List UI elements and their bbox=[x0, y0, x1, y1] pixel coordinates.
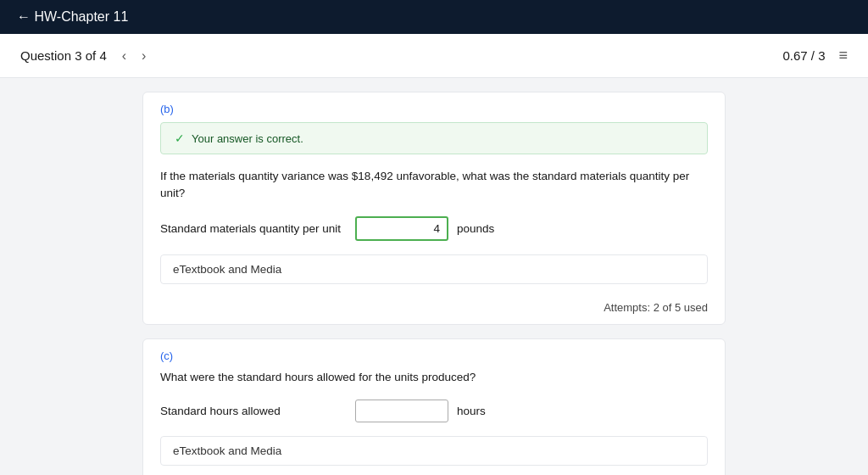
header-left: Question 3 of 4 ‹ › bbox=[20, 47, 151, 65]
section-c-label: (c) bbox=[143, 339, 725, 369]
section-b-question: If the materials quantity variance was $… bbox=[143, 168, 725, 216]
section-c-question: What were the standard hours allowed for… bbox=[143, 369, 725, 400]
section-b-attempts: Attempts: 2 of 5 used bbox=[143, 294, 725, 324]
header-bar: Question 3 of 4 ‹ › 0.67 / 3 ≡ bbox=[0, 34, 868, 78]
section-b-label: (b) bbox=[143, 92, 725, 122]
question-label: Question 3 of 4 bbox=[20, 48, 107, 63]
section-c-unit: hours bbox=[457, 405, 486, 417]
nav-arrows: ‹ › bbox=[117, 47, 152, 65]
menu-icon[interactable]: ≡ bbox=[838, 47, 848, 64]
section-b-input-label: Standard materials quantity per unit bbox=[160, 222, 347, 235]
section-c-etextbook[interactable]: eTextbook and Media bbox=[160, 436, 708, 466]
section-b-card: (b) ✓ Your answer is correct. If the mat… bbox=[142, 92, 726, 325]
section-b-input[interactable] bbox=[355, 216, 448, 241]
main-content: (b) ✓ Your answer is correct. If the mat… bbox=[129, 78, 739, 475]
top-navbar: ← HW-Chapter 11 bbox=[0, 0, 868, 34]
section-c-card: (c) What were the standard hours allowed… bbox=[142, 338, 726, 476]
back-button[interactable]: ← HW-Chapter 11 bbox=[17, 9, 128, 25]
section-b-unit: pounds bbox=[457, 222, 494, 235]
check-icon: ✓ bbox=[175, 131, 185, 145]
section-c-input-row: Standard hours allowed hours bbox=[143, 400, 725, 436]
score-display: 0.67 / 3 bbox=[782, 48, 825, 63]
prev-question-button[interactable]: ‹ bbox=[117, 47, 131, 65]
section-c-input[interactable] bbox=[355, 400, 448, 422]
correct-banner-text: Your answer is correct. bbox=[192, 132, 303, 145]
correct-answer-banner: ✓ Your answer is correct. bbox=[160, 122, 708, 154]
section-b-input-row: Standard materials quantity per unit pou… bbox=[143, 216, 725, 254]
section-b-etextbook[interactable]: eTextbook and Media bbox=[160, 254, 708, 284]
header-right: 0.67 / 3 ≡ bbox=[782, 47, 848, 64]
next-question-button[interactable]: › bbox=[136, 47, 151, 65]
section-c-input-label: Standard hours allowed bbox=[160, 405, 347, 417]
